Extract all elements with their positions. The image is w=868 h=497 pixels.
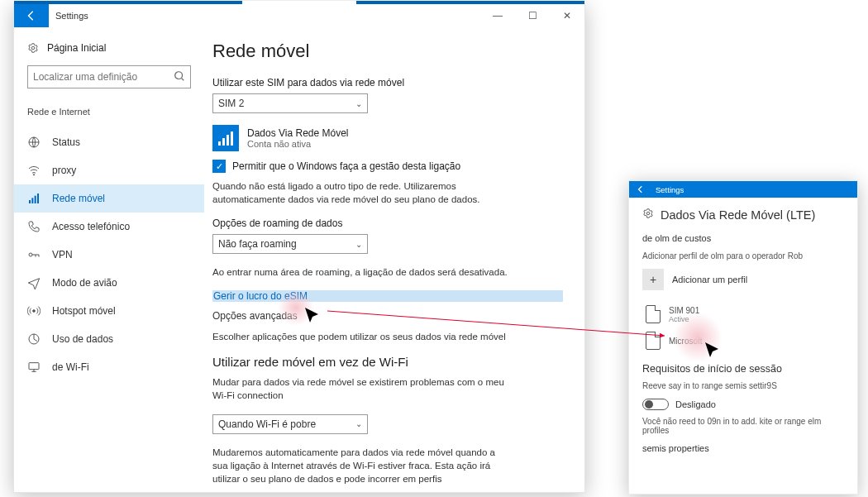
panel-titlebar: Settings <box>629 181 857 198</box>
esim-panel-window: Settings Dados Via Rede Móvel (LTE) de o… <box>628 180 858 495</box>
add-profile-row[interactable]: + Adicionar um perfil <box>642 269 844 290</box>
gear-icon <box>642 208 654 222</box>
svg-point-12 <box>646 212 650 215</box>
nav-label: Status <box>52 136 80 148</box>
sim2-name: Microsoft <box>669 337 703 346</box>
add-profile-label: Adicionar um perfil <box>672 275 747 284</box>
wifi-fallback-desc: Mudar para dados via rede móvel se exist… <box>212 375 510 402</box>
home-label: Página Inicial <box>47 42 106 54</box>
nav-label: Uso de dados <box>52 333 113 345</box>
search-icon <box>174 70 185 84</box>
svg-rect-7 <box>37 194 39 203</box>
sim-select[interactable]: SIM 2 ⌄ <box>212 93 368 113</box>
search-input[interactable] <box>27 65 191 88</box>
window-title: Settings <box>55 11 88 21</box>
panel-title: Settings <box>656 185 684 194</box>
roaming-desc: Ao entrar numa área de roaming, a ligaçã… <box>212 265 510 279</box>
chevron-down-icon: ⌄ <box>355 419 362 428</box>
nav-wifi[interactable]: de Wi-Fi <box>14 353 204 381</box>
panel-note: Você não reed to 09n in to add. kite or … <box>642 417 844 435</box>
roaming-select[interactable]: Não faça roaming ⌄ <box>212 234 368 254</box>
sim-row-2[interactable]: Microsoft <box>646 332 844 350</box>
signal-icon <box>27 192 41 205</box>
settings-window: Settings — ☐ ✕ Página Inicial Rede e Int… <box>13 3 585 493</box>
nav-label: de Wi-Fi <box>52 361 89 373</box>
wifi-fallback-note: Mudaremos automaticamente para dados via… <box>212 446 510 485</box>
nav-label: Modo de avião <box>52 277 117 289</box>
vpn-icon <box>27 248 41 261</box>
network-status-row: Dados Via Rede Móvel Conta não ativa <box>212 125 563 151</box>
manage-checkbox-row[interactable]: ✓ Permitir que o Windows faça a gestão d… <box>212 160 563 173</box>
sim-icon <box>646 332 661 350</box>
toggle-label: Desligado <box>675 399 716 409</box>
chevron-down-icon: ⌄ <box>355 240 362 249</box>
chevron-down-icon: ⌄ <box>355 99 362 108</box>
panel-heading-text: Dados Via Rede Móvel (LTE) <box>661 208 815 222</box>
nav-cellular[interactable]: Rede móvel <box>14 184 204 213</box>
nav-label: VPN <box>52 249 73 260</box>
manage-esim-link[interactable]: Gerir o lucro do eSIM <box>212 290 563 302</box>
svg-rect-5 <box>31 198 33 203</box>
network-name: Dados Via Rede Móvel <box>247 127 349 139</box>
panel-section1: de olm de custos <box>642 233 844 243</box>
panel-section3: semis properties <box>642 443 844 453</box>
monitor-icon <box>27 361 41 374</box>
search-field[interactable] <box>33 71 174 83</box>
sim1-name: SIM 901 <box>669 306 699 315</box>
panel-section2: Requisitos de início de sessão <box>642 363 844 375</box>
checkbox-label: Permitir que o Windows faça a gestão des… <box>232 160 460 172</box>
svg-point-1 <box>175 71 183 79</box>
nav-hotspot[interactable]: Hotspot móvel <box>14 297 204 325</box>
sim-row-1[interactable]: SIM 901 Active <box>646 305 844 323</box>
svg-point-0 <box>31 46 35 50</box>
sim-icon <box>646 305 661 323</box>
nav-datausage[interactable]: Uso de dados <box>14 325 204 353</box>
panel-section2-sub: Reeve say in to range semis settir9S <box>642 381 844 390</box>
panel-back-button[interactable] <box>629 181 652 198</box>
nav-label: Acesso telefónico <box>52 221 130 232</box>
nav-airplane[interactable]: Modo de avião <box>14 269 204 297</box>
phone-icon <box>27 220 41 233</box>
panel-heading: Dados Via Rede Móvel (LTE) <box>642 208 844 222</box>
close-button[interactable]: ✕ <box>550 4 584 27</box>
wifi-fallback-value: Quando Wi-Fi é pobre <box>218 418 316 430</box>
content-area: Rede móvel Utilizar este SIM para dados … <box>204 27 584 492</box>
nav-label: Hotspot móvel <box>52 305 116 317</box>
page-heading: Rede móvel <box>212 41 563 62</box>
nav-group-title: Rede e Internet <box>27 107 191 117</box>
svg-point-8 <box>29 253 32 256</box>
wifi-icon <box>27 164 41 177</box>
svg-rect-4 <box>29 200 31 203</box>
roaming-selected-value: Não faça roaming <box>218 238 297 250</box>
wifi-fallback-heading: Utilizar rede móvel em vez de Wi-Fi <box>212 355 563 369</box>
nav-list: Status proxy Rede móvel Acesso telefónic… <box>14 128 204 381</box>
network-status: Conta não ativa <box>247 139 349 149</box>
sidebar: Página Inicial Rede e Internet Status pr… <box>14 27 204 492</box>
signin-toggle[interactable]: Desligado <box>642 399 844 410</box>
nav-dialup[interactable]: Acesso telefónico <box>14 213 204 241</box>
globe-icon <box>27 136 41 149</box>
home-link[interactable]: Página Inicial <box>27 42 191 54</box>
sim-select-label: Utilizar este SIM para dados via rede mó… <box>212 77 563 88</box>
airplane-icon <box>27 276 41 289</box>
sim-selected-value: SIM 2 <box>218 98 244 109</box>
advanced-options-link[interactable]: Opções avançadas <box>212 310 563 322</box>
sim1-status: Active <box>669 315 699 323</box>
plus-icon[interactable]: + <box>642 269 664 290</box>
nav-vpn[interactable]: VPN <box>14 241 204 269</box>
checkbox-checked-icon[interactable]: ✓ <box>212 160 226 173</box>
nav-label: proxy <box>52 165 76 176</box>
maximize-button[interactable]: ☐ <box>515 4 550 27</box>
titlebar: Settings — ☐ ✕ <box>14 4 584 27</box>
wifi-fallback-select[interactable]: Quando Wi-Fi é pobre ⌄ <box>212 414 368 434</box>
svg-point-9 <box>33 310 36 313</box>
nav-proxy[interactable]: proxy <box>14 156 204 184</box>
back-button[interactable] <box>14 4 49 27</box>
svg-point-3 <box>33 174 34 175</box>
hotspot-icon <box>27 304 41 318</box>
apps-desc: Escolher aplicações que podem utilizar o… <box>212 330 510 343</box>
toggle-off-icon[interactable] <box>642 399 669 410</box>
data-icon <box>27 332 41 346</box>
minimize-button[interactable]: — <box>480 4 515 27</box>
nav-status[interactable]: Status <box>14 128 204 156</box>
